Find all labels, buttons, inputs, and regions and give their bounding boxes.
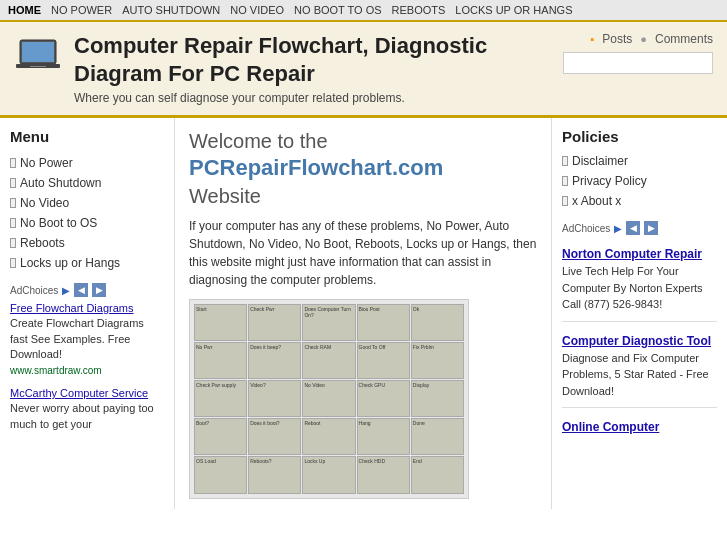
fc-15: Display bbox=[411, 380, 464, 417]
main-content: Welcome to the PCRepairFlowchart.com Web… bbox=[175, 118, 552, 509]
fc-21: OS Load bbox=[194, 456, 247, 493]
menu-item[interactable]: No Video bbox=[10, 193, 164, 213]
menu-items-list: No PowerAuto ShutdownNo VideoNo Boot to … bbox=[10, 153, 164, 273]
policy-bullet bbox=[562, 176, 568, 186]
page-header: Computer Repair Flowchart, Diagnostic Di… bbox=[0, 22, 727, 118]
policy-item[interactable]: Disclaimer bbox=[562, 151, 717, 171]
menu-bullet bbox=[10, 218, 16, 228]
policy-item[interactable]: Privacy Policy bbox=[562, 171, 717, 191]
welcome-body: If your computer has any of these proble… bbox=[189, 217, 537, 289]
ad-choices-label-right: AdChoices bbox=[562, 223, 610, 234]
ad-link-2[interactable]: McCarthy Computer Service bbox=[10, 387, 148, 399]
ad-next-btn[interactable]: ▶ bbox=[92, 283, 106, 297]
policy-bullet bbox=[562, 196, 568, 206]
fc-12: Video? bbox=[248, 380, 301, 417]
policy-item-label: Disclaimer bbox=[572, 154, 628, 168]
policy-item[interactable]: x About x bbox=[562, 191, 717, 211]
menu-item[interactable]: No Boot to OS bbox=[10, 213, 164, 233]
laptop-icon bbox=[14, 36, 62, 74]
fc-11: Check Pwr supply bbox=[194, 380, 247, 417]
menu-item[interactable]: Reboots bbox=[10, 233, 164, 253]
header-left: Computer Repair Flowchart, Diagnostic Di… bbox=[14, 32, 553, 105]
menu-title: Menu bbox=[10, 128, 164, 145]
fc-25: End bbox=[411, 456, 464, 493]
right-ad-link-2[interactable]: Computer Diagnostic Tool bbox=[562, 334, 711, 348]
right-ad-link-1[interactable]: Norton Computer Repair bbox=[562, 247, 702, 261]
flowchart-diagram: Start Check Pwr Does Computer Turn On? B… bbox=[190, 300, 468, 498]
posts-comments-bar: ▪ Posts ● Comments bbox=[590, 32, 713, 46]
svg-rect-3 bbox=[30, 66, 46, 67]
policy-bullet bbox=[562, 156, 568, 166]
menu-item-label: No Power bbox=[20, 156, 73, 170]
menu-item[interactable]: No Power bbox=[10, 153, 164, 173]
header-text: Computer Repair Flowchart, Diagnostic Di… bbox=[74, 32, 553, 105]
right-ad-block-3: Online Computer bbox=[562, 418, 717, 436]
menu-bullet bbox=[10, 198, 16, 208]
nav-item-locks-up-or-hangs[interactable]: LOCKS UP OR HANGS bbox=[455, 4, 572, 16]
right-ad-text-1: Live Tech Help For Your Computer By Nort… bbox=[562, 265, 703, 310]
nav-item-reboots[interactable]: REBOOTS bbox=[392, 4, 446, 16]
fc-8: Check RAM bbox=[302, 342, 355, 379]
welcome-line-3: Website bbox=[189, 185, 261, 207]
divider-1 bbox=[562, 321, 717, 322]
comment-icon: ● bbox=[640, 33, 647, 45]
header-right: ▪ Posts ● Comments bbox=[553, 32, 713, 74]
comments-label[interactable]: Comments bbox=[655, 32, 713, 46]
fc-23: Locks Up bbox=[302, 456, 355, 493]
menu-item-label: Auto Shutdown bbox=[20, 176, 101, 190]
menu-item-label: No Boot to OS bbox=[20, 216, 97, 230]
posts-label[interactable]: Posts bbox=[602, 32, 632, 46]
nav-item-no-power[interactable]: NO POWER bbox=[51, 4, 112, 16]
nav-item-home[interactable]: HOME bbox=[8, 4, 41, 16]
welcome-heading: Welcome to the PCRepairFlowchart.com Web… bbox=[189, 128, 537, 209]
page-subtitle: Where you can self diagnose your compute… bbox=[74, 91, 553, 105]
svg-rect-1 bbox=[22, 42, 54, 62]
sidebar-left: Menu No PowerAuto ShutdownNo VideoNo Boo… bbox=[0, 118, 175, 509]
policy-items-list: DisclaimerPrivacy Policyx About x bbox=[562, 151, 717, 211]
menu-item-label: Reboots bbox=[20, 236, 65, 250]
nav-item-no-video[interactable]: NO VIDEO bbox=[230, 4, 284, 16]
ad-text-1: Create Flowchart Diagrams fast See Examp… bbox=[10, 317, 144, 360]
right-ad-link-3[interactable]: Online Computer bbox=[562, 420, 659, 434]
fc-17: Does it boot? bbox=[248, 418, 301, 455]
menu-item[interactable]: Auto Shutdown bbox=[10, 173, 164, 193]
menu-item-label: No Video bbox=[20, 196, 69, 210]
ad-block-2: McCarthy Computer Service Never worry ab… bbox=[10, 386, 164, 432]
menu-item-label: Locks up or Hangs bbox=[20, 256, 120, 270]
sidebar-right: Policies DisclaimerPrivacy Policyx About… bbox=[552, 118, 727, 509]
ad-choices-bar-left: AdChoices ▶ ◀ ▶ bbox=[10, 283, 164, 297]
right-ad-text-2: Diagnose and Fix Computer Problems, 5 St… bbox=[562, 352, 709, 397]
ad-url-1: www.smartdraw.com bbox=[10, 365, 102, 376]
welcome-line-1: Welcome to the bbox=[189, 130, 328, 152]
divider-2 bbox=[562, 407, 717, 408]
fc-16: Boot? bbox=[194, 418, 247, 455]
fc-5: Ok bbox=[411, 304, 464, 341]
menu-item[interactable]: Locks up or Hangs bbox=[10, 253, 164, 273]
ad-next-btn-right[interactable]: ▶ bbox=[644, 221, 658, 235]
fc-24: Check HDD bbox=[357, 456, 410, 493]
fc-10: Fix Prblm bbox=[411, 342, 464, 379]
menu-bullet bbox=[10, 158, 16, 168]
ad-prev-btn[interactable]: ◀ bbox=[74, 283, 88, 297]
fc-3: Does Computer Turn On? bbox=[302, 304, 355, 341]
fc-6: No Pwr bbox=[194, 342, 247, 379]
nav-item-auto-shutdown[interactable]: AUTO SHUTDOWN bbox=[122, 4, 220, 16]
page-title: Computer Repair Flowchart, Diagnostic Di… bbox=[74, 32, 553, 87]
ad-prev-btn-right[interactable]: ◀ bbox=[626, 221, 640, 235]
ad-choices-bar-right: AdChoices ▶ ◀ ▶ bbox=[562, 221, 717, 235]
fc-2: Check Pwr bbox=[248, 304, 301, 341]
fc-22: Reboots? bbox=[248, 456, 301, 493]
ad-link-1[interactable]: Free Flowchart Diagrams bbox=[10, 302, 133, 314]
main-layout: Menu No PowerAuto ShutdownNo VideoNo Boo… bbox=[0, 118, 727, 509]
search-input[interactable] bbox=[563, 52, 713, 74]
rss-icon: ▪ bbox=[590, 33, 594, 45]
nav-item-no-boot-to-os[interactable]: NO BOOT TO OS bbox=[294, 4, 381, 16]
flowchart-image[interactable]: Start Check Pwr Does Computer Turn On? B… bbox=[189, 299, 469, 499]
menu-bullet bbox=[10, 258, 16, 268]
ad-icon-left: ▶ bbox=[62, 285, 70, 296]
menu-bullet bbox=[10, 238, 16, 248]
fc-18: Reboot bbox=[302, 418, 355, 455]
fc-19: Hang bbox=[357, 418, 410, 455]
policies-title: Policies bbox=[562, 128, 717, 145]
ad-choices-label-left: AdChoices bbox=[10, 285, 58, 296]
